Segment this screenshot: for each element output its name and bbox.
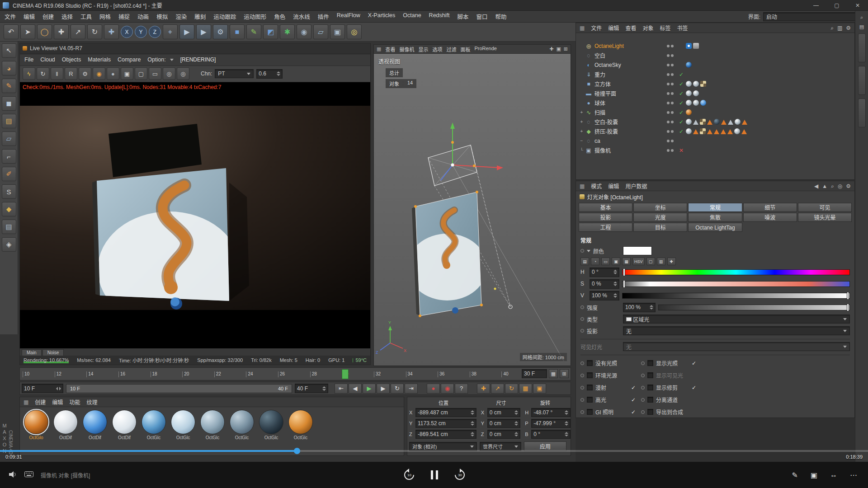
toolbar-button[interactable]: ↻ xyxy=(87,24,102,39)
keyframe-button[interactable]: ↻ xyxy=(505,384,518,394)
mode-button[interactable]: S xyxy=(2,184,16,199)
object-manager-menu-item[interactable]: 对象 xyxy=(642,24,653,32)
attribute-tab[interactable]: Octane LightTag xyxy=(688,223,742,232)
toolbar-button[interactable]: ■ xyxy=(230,24,245,39)
value-field[interactable]: 100 % xyxy=(590,291,619,300)
mode-button[interactable]: ◼ xyxy=(2,96,16,111)
material-preview[interactable] xyxy=(24,410,48,434)
live-viewer-tool-button[interactable]: ▢ xyxy=(135,67,147,80)
live-viewer-menu-item[interactable]: Compare xyxy=(118,56,141,63)
menu-item[interactable]: 渲染 xyxy=(175,12,187,21)
docked-panel-tab[interactable] xyxy=(858,33,866,62)
checker-tag-icon[interactable] xyxy=(700,119,706,125)
visibility-dots[interactable] xyxy=(663,121,677,123)
toolbar-button[interactable]: ↶ xyxy=(4,24,19,39)
saturation-field[interactable]: 0 % xyxy=(590,279,619,289)
toolbar-button[interactable]: ⚙ xyxy=(213,24,228,39)
toolbar-button[interactable]: ↗ xyxy=(71,24,85,39)
object-manager-corner-icon[interactable]: ▥ xyxy=(837,25,842,31)
keyframe-dot-icon[interactable] xyxy=(641,398,645,402)
attribute-corner-icon[interactable]: ⚙ xyxy=(846,183,851,189)
pause-button[interactable] xyxy=(428,468,441,482)
current-frame-field[interactable]: 30 F xyxy=(522,369,547,378)
object-tags[interactable] xyxy=(686,109,854,115)
object-manager-corner-icon[interactable]: ⚙ xyxy=(846,25,851,31)
apply-button[interactable]: 应用 xyxy=(524,441,566,451)
menu-item[interactable]: 选择 xyxy=(61,12,73,21)
object-name[interactable]: 摄像机 xyxy=(594,146,663,154)
toolbar-button[interactable]: ✚ xyxy=(104,24,119,39)
keyframe-button[interactable]: ✚ xyxy=(477,384,490,394)
object-row[interactable]: ◌ 空白 xyxy=(576,51,854,60)
current-frame-marker[interactable] xyxy=(342,369,349,379)
object-tags[interactable] xyxy=(686,81,854,87)
checkbox[interactable] xyxy=(587,409,593,415)
end-frame-field[interactable]: 40 F xyxy=(295,384,328,393)
enable-check[interactable]: ✓ xyxy=(677,71,686,78)
material-preview[interactable] xyxy=(171,410,195,434)
material-menu-item[interactable]: 编辑 xyxy=(52,398,63,406)
color-tool-button[interactable]: ▦ xyxy=(622,258,631,265)
live-viewer-tool-button[interactable]: ◎ xyxy=(163,67,175,80)
ball-grey-tag-icon[interactable] xyxy=(686,81,692,87)
object-manager-menu-item[interactable]: 标签 xyxy=(660,24,670,32)
ball-grey-tag-icon[interactable] xyxy=(693,90,699,96)
tri-orange-tag-icon[interactable] xyxy=(707,120,712,125)
attribute-tab[interactable]: 光度 xyxy=(633,213,687,222)
visibility-dots[interactable] xyxy=(663,73,677,76)
object-row[interactable]: └ ▣ 摄像机 ✕ xyxy=(576,145,854,155)
keyframe-dot-icon[interactable] xyxy=(580,398,584,402)
mode-button[interactable]: ✎ xyxy=(2,79,16,93)
maximize-button[interactable]: ▢ xyxy=(826,0,847,11)
live-viewer-menu-item[interactable]: Cloud xyxy=(40,56,55,63)
tri-orange-tag-icon[interactable] xyxy=(742,120,747,125)
toolbar-button[interactable]: ▱ xyxy=(313,24,328,39)
ball-skyblue-tag-icon[interactable] xyxy=(686,62,692,68)
keyframe-button[interactable]: ▦ xyxy=(519,384,532,394)
attribute-corner-icon[interactable]: ▲ xyxy=(822,183,827,189)
object-name[interactable]: ca xyxy=(594,138,663,144)
menu-item[interactable]: 创建 xyxy=(42,12,54,21)
toolbar-button[interactable]: ▶ xyxy=(179,24,194,39)
viewport-menu-item[interactable]: 过滤 xyxy=(446,46,456,53)
object-name[interactable]: 空白 xyxy=(594,52,663,59)
stepper-icon[interactable] xyxy=(277,71,280,76)
close-button[interactable]: ✕ xyxy=(847,0,868,11)
object-manager-menu-item[interactable]: 编辑 xyxy=(608,24,619,32)
material-preview[interactable] xyxy=(112,410,137,434)
toolbar-button[interactable]: Y xyxy=(135,26,147,38)
viewport-menu-item[interactable]: 选项 xyxy=(432,46,442,53)
transport-button[interactable]: ↻ xyxy=(391,384,404,394)
menu-item[interactable]: 雕刻 xyxy=(194,12,206,21)
material-item[interactable]: OctGlc xyxy=(199,410,226,440)
object-name[interactable]: 立方体 xyxy=(594,80,663,88)
material-preview[interactable] xyxy=(230,410,254,434)
ball-grey-tag-icon[interactable] xyxy=(693,81,699,87)
live-viewer-tool-button[interactable]: ⚙ xyxy=(79,67,91,80)
menu-item[interactable]: 运动图形 xyxy=(244,12,266,21)
object-tags[interactable] xyxy=(686,128,854,134)
keyframe-dot-icon[interactable] xyxy=(580,317,584,321)
color-swatch[interactable] xyxy=(623,246,652,255)
toolbar-button[interactable]: ▶ xyxy=(196,24,211,39)
section-header[interactable]: 常规 xyxy=(576,233,854,245)
toolbar-button[interactable]: ✱ xyxy=(280,24,295,39)
live-viewer-tab[interactable]: Main xyxy=(22,349,42,356)
attribute-tab[interactable]: 目标 xyxy=(633,223,687,232)
object-tags[interactable] xyxy=(686,119,854,125)
rewind-10-button[interactable]: 10 xyxy=(402,468,416,482)
value-slider[interactable] xyxy=(622,293,850,299)
rotation-field[interactable]: -48.07 ° xyxy=(531,408,571,417)
enable-check[interactable]: ✓ xyxy=(677,100,686,106)
mode-button[interactable]: ◕ xyxy=(2,61,16,75)
live-viewer-titlebar[interactable]: Live Viewer V4.05-R7 xyxy=(20,43,370,54)
size-field[interactable]: 0 cm xyxy=(487,419,520,428)
menu-item[interactable]: 文件 xyxy=(5,12,16,21)
ball-dark-tag-icon[interactable] xyxy=(714,119,720,125)
color-tool-button[interactable]: ✚ xyxy=(667,258,676,265)
visibility-dots[interactable] xyxy=(663,45,677,47)
transport-button[interactable]: ▶ xyxy=(377,384,390,394)
color-tool-button[interactable]: ▭ xyxy=(601,258,610,265)
expander-icon[interactable]: − xyxy=(579,138,585,143)
live-viewer-tool-button[interactable]: ▭ xyxy=(149,67,161,80)
